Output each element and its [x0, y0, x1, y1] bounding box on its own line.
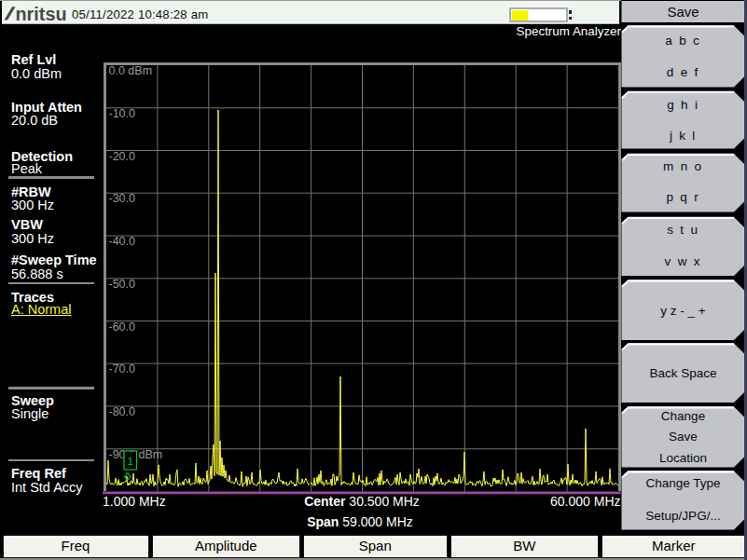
svg-text:g h i: g h i [667, 98, 699, 112]
svg-text:-40.0: -40.0 [109, 235, 136, 248]
svg-text:Save: Save [669, 430, 698, 444]
svg-text:nritsu: nritsu [16, 4, 67, 24]
svg-text:-30.0: -30.0 [109, 192, 136, 205]
svg-text:Save: Save [667, 4, 699, 20]
svg-text:Change: Change [661, 409, 705, 423]
svg-text:-60.0: -60.0 [109, 321, 136, 334]
svg-text:Change Type: Change Type [645, 476, 720, 490]
svg-text:s t u: s t u [667, 223, 699, 237]
svg-text:0.0 dBm: 0.0 dBm [109, 64, 153, 77]
svg-text:-10.0: -10.0 [109, 107, 136, 120]
svg-text:p q r: p q r [666, 190, 699, 204]
svg-text:d e f: d e f [667, 65, 699, 79]
svg-text:m n o: m n o [663, 159, 703, 173]
svg-text:-20.0: -20.0 [109, 150, 136, 163]
svg-text:-70.0: -70.0 [109, 362, 136, 376]
svg-text:1: 1 [127, 456, 132, 467]
svg-text:Setup/JPG/...: Setup/JPG/... [645, 509, 720, 523]
svg-text:-80.0: -80.0 [109, 405, 136, 418]
svg-text:v w x: v w x [665, 254, 702, 268]
svg-text:Location: Location [659, 451, 707, 465]
svg-text:j k l: j k l [669, 129, 697, 143]
svg-text:a b c: a b c [665, 34, 700, 48]
svg-text:y z - _ +: y z - _ + [660, 304, 706, 318]
svg-text:Back Space: Back Space [649, 366, 716, 380]
svg-text:-50.0: -50.0 [109, 278, 136, 291]
